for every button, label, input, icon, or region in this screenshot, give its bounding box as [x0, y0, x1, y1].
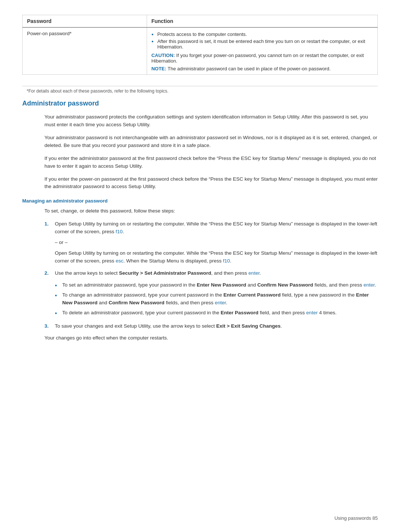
section-title: Administrator password — [22, 100, 378, 107]
step-2-bullets: To set an administrator password, type y… — [55, 280, 378, 318]
password-cell: Power-on password* — [23, 27, 147, 75]
step-1-f10-link: f10 — [116, 229, 123, 234]
caution-label: CAUTION: — [151, 53, 175, 58]
step-3-period: . — [280, 323, 282, 329]
bullet-item: Protects access to the computer contents… — [151, 31, 373, 38]
table-header-function: Function — [147, 15, 377, 28]
bullet-item: After this password is set, it must be e… — [151, 38, 373, 50]
step-1: 1. Open Setup Utility by turning on or r… — [44, 220, 378, 265]
step-1-or-divider: – or – — [55, 239, 378, 247]
sub-bullet-2: To change an administrator password, typ… — [55, 290, 378, 308]
sub-bullet-3: To delete an administrator password, typ… — [55, 308, 378, 318]
step-2-intro: Use the arrow keys to select Security > … — [55, 270, 261, 276]
step-1-f10-link2: f10 — [223, 258, 230, 264]
table-row: Power-on password* Protects access to th… — [23, 27, 378, 75]
note-text: The administrator password can be used i… — [166, 66, 330, 71]
note-label: NOTE: — [151, 66, 166, 71]
step-1-esc-link: esc — [116, 258, 123, 264]
caution-text: If you forget your power-on password, yo… — [151, 53, 364, 64]
steps-list: 1. Open Setup Utility by turning on or r… — [44, 220, 378, 330]
enter-link-3: enter — [306, 310, 318, 315]
page-footer: Using passwords 85 — [334, 515, 378, 521]
step-1-period2: . — [230, 258, 231, 264]
step-3-bold: Exit > Exit Saving Changes — [216, 323, 281, 329]
table-footnote: *For details about each of these passwor… — [22, 86, 378, 96]
bold-confirm-new-2: Confirm New Password — [109, 300, 164, 305]
bold-enter-current: Enter Current Password — [223, 292, 281, 298]
step-2-enter: enter — [249, 270, 260, 276]
steps-intro: To set, change, or delete this password,… — [44, 207, 378, 215]
sub-bullet-1: To set an administrator password, type y… — [55, 280, 378, 290]
bold-enter-password: Enter Password — [221, 310, 259, 315]
enter-link-2: enter — [215, 300, 226, 305]
step-3: 3. To save your changes and exit Setup U… — [44, 322, 378, 330]
step-2: 2. Use the arrow keys to select Security… — [44, 270, 378, 318]
paragraph-3: If you enter the administrator password … — [44, 155, 378, 170]
step-3-number: 3. — [44, 322, 52, 330]
caution-block: CAUTION: If you forget your power-on pas… — [151, 53, 373, 64]
table-header-password: Password — [23, 15, 147, 28]
paragraph-4: If you enter the power-on password at th… — [44, 175, 378, 191]
enter-link-1: enter — [363, 282, 374, 288]
step-2-number: 2. — [44, 270, 52, 318]
step-1-text-part3: . When the Startup Menu is displayed, pr… — [123, 258, 223, 264]
paragraph-2: Your administrator password is not inter… — [44, 134, 378, 150]
function-cell: Protects access to the computer contents… — [147, 27, 377, 75]
subsection-title: Managing an administrator password — [22, 198, 378, 204]
step-2-content: Use the arrow keys to select Security > … — [55, 270, 378, 318]
bold-confirm-new: Confirm New Password — [257, 282, 313, 288]
step-1-content: Open Setup Utility by turning on or rest… — [55, 220, 378, 265]
paragraph-1: Your administrator password protects the… — [44, 113, 378, 129]
step-1-period: . — [123, 229, 124, 234]
password-table: Password Function Power-on password* Pro… — [22, 15, 378, 75]
step-3-text-pre: To save your changes and exit Setup Util… — [55, 323, 216, 329]
step-1-number: 1. — [44, 220, 52, 265]
step-1-text-part1: Open Setup Utility by turning on or rest… — [55, 221, 377, 234]
closing-paragraph: Your changes go into effect when the com… — [44, 334, 378, 342]
function-bullets: Protects access to the computer contents… — [151, 31, 373, 50]
step-3-content: To save your changes and exit Setup Util… — [55, 322, 378, 330]
note-block: NOTE: The administrator password can be … — [151, 66, 373, 71]
step-2-bold: Security > Set Administrator Password — [119, 270, 211, 276]
bold-enter-new: Enter New Password — [197, 282, 246, 288]
